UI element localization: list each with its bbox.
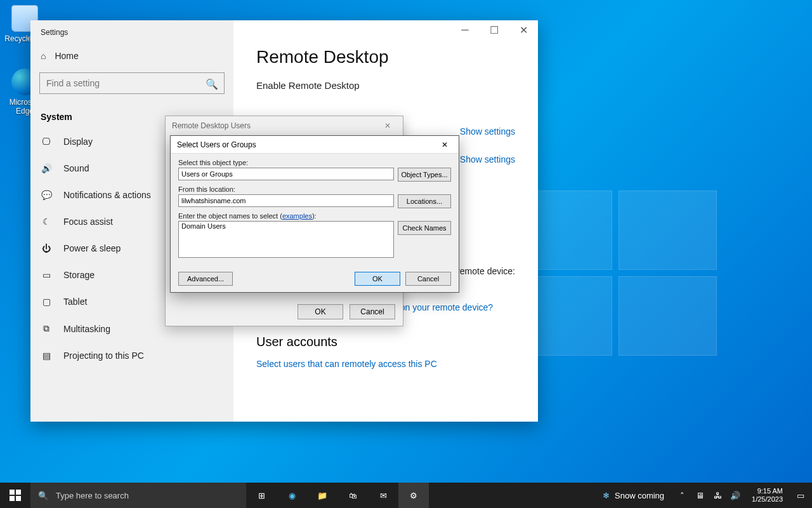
sug-ok-button[interactable]: OK [355,272,400,286]
svg-rect-0 [10,490,15,495]
search-icon: 🔍 [206,78,218,90]
object-types-button[interactable]: Object Types... [398,168,451,182]
svg-rect-2 [10,496,15,501]
advanced-button[interactable]: Advanced... [178,272,233,286]
notifications-icon: 💬 [41,190,52,200]
select-users-groups-dialog: Select Users or Groups ✕ Select this obj… [170,135,459,293]
task-view-button[interactable]: ⊞ [246,483,277,508]
enable-remote-desktop-label: Enable Remote Desktop [256,80,515,91]
sug-cancel-button[interactable]: Cancel [405,272,451,286]
location-label: From this location: [178,185,451,193]
power-icon: ⏻ [41,243,52,253]
rdu-close-button[interactable]: ✕ [375,118,400,133]
sound-icon: 🔊 [41,163,52,173]
sug-dialog-title: Select Users or Groups [177,140,256,149]
focus-assist-icon: ☾ [41,217,52,227]
examples-link[interactable]: examples [282,212,312,220]
tray-chevron-up-icon[interactable]: ˄ [676,491,688,500]
locations-button[interactable]: Locations... [398,194,451,208]
projecting-icon: ▤ [41,351,52,361]
search-icon: 🔍 [38,491,48,500]
rdu-cancel-button[interactable]: Cancel [350,304,395,319]
start-button[interactable] [0,483,30,508]
sug-close-button[interactable]: ✕ [435,138,455,151]
display-icon: 🖵 [41,137,52,147]
object-names-input[interactable] [178,221,394,258]
tray-network-icon[interactable]: 🖧 [711,491,724,500]
folder-icon: 📁 [317,491,327,500]
home-icon: ⌂ [41,51,46,61]
taskbar-settings[interactable]: ⚙ [398,483,429,508]
show-settings-link-2[interactable]: Show settings [460,154,515,164]
rdu-ok-button[interactable]: OK [298,304,343,319]
edge-icon: ◉ [289,491,296,500]
multitasking-icon: ⧉ [41,323,52,334]
settings-app-title: Settings [30,20,233,39]
tray-monitor-icon[interactable]: 🖥 [693,491,706,500]
show-settings-link-1[interactable]: Show settings [460,126,515,137]
sidebar-item-projecting[interactable]: ▤Projecting to this PC [30,342,233,369]
page-title: Remote Desktop [256,47,515,67]
svg-rect-3 [16,496,21,501]
sidebar-item-home[interactable]: ⌂ Home [30,39,233,69]
taskbar-explorer[interactable]: 📁 [307,483,337,508]
taskbar-edge[interactable]: ◉ [277,483,307,508]
windows-logo-wallpaper [514,190,717,356]
object-names-label: Enter the object names to select (exampl… [178,212,451,220]
rdu-dialog-title: Remote Desktop Users [172,121,251,130]
weather-widget[interactable]: ❄ Snow coming [596,491,671,500]
check-names-button[interactable]: Check Names [398,221,451,235]
location-field[interactable] [178,194,394,207]
select-users-link[interactable]: Select users that can remotely access th… [256,359,437,369]
snow-icon: ❄ [603,491,610,500]
action-center-button[interactable]: ▭ [793,491,808,500]
object-type-field[interactable] [178,168,394,180]
tablet-icon: ▢ [41,297,52,307]
mail-icon: ✉ [380,491,387,500]
gear-icon: ⚙ [410,491,417,500]
tray-volume-icon[interactable]: 🔊 [729,491,742,500]
minimize-button[interactable]: ─ [450,20,480,39]
taskbar-store[interactable]: 🛍 [337,483,368,508]
user-accounts-heading: User accounts [256,335,515,349]
maximize-button[interactable]: ☐ [480,20,509,39]
taskbar-search[interactable]: 🔍 Type here to search [30,483,246,508]
windows-icon [10,490,21,501]
taskbar-clock[interactable]: 9:15 AM 1/25/2023 [747,487,788,504]
storage-icon: ▭ [41,270,52,280]
object-type-label: Select this object type: [178,159,451,166]
svg-rect-1 [16,490,21,495]
close-button[interactable]: ✕ [509,20,538,39]
taskbar-mail[interactable]: ✉ [368,483,398,508]
settings-search-input[interactable] [39,72,225,94]
store-icon: 🛍 [349,491,357,500]
taskbar: 🔍 Type here to search ⊞ ◉ 📁 🛍 ✉ ⚙ ❄ Snow… [0,483,812,508]
